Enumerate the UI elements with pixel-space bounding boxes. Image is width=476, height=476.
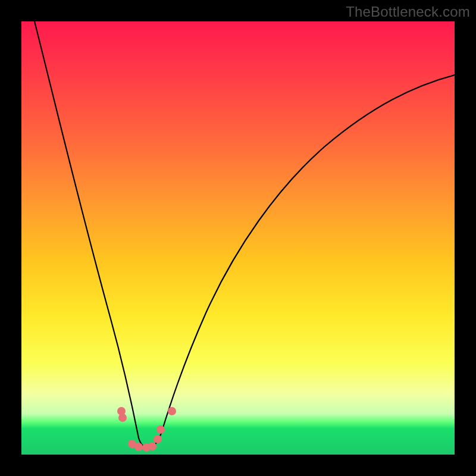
bottleneck-curve bbox=[21, 21, 455, 455]
marker-dot bbox=[134, 443, 143, 451]
marker-dot bbox=[154, 435, 162, 443]
chart-frame: TheBottleneck.com bbox=[0, 0, 476, 476]
marker-dot bbox=[156, 425, 165, 434]
plot-area bbox=[21, 21, 455, 455]
curve-right bbox=[148, 75, 455, 447]
curve-left bbox=[35, 21, 148, 447]
marker-dot bbox=[168, 407, 176, 415]
watermark-text: TheBottleneck.com bbox=[346, 4, 470, 20]
marker-dot bbox=[148, 442, 156, 450]
marker-dot bbox=[118, 414, 127, 422]
